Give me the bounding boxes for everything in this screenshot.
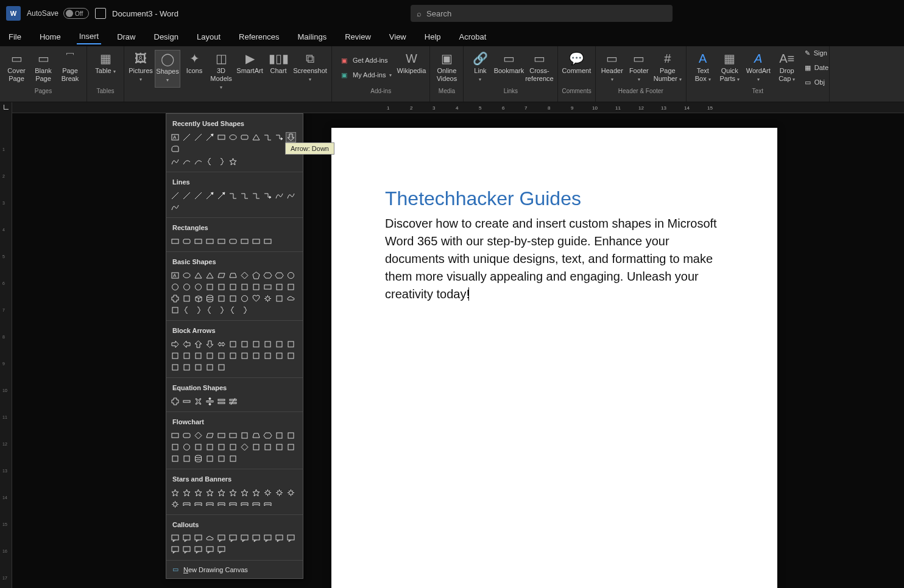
shape-para[interactable] (205, 430, 215, 441)
shape-generic[interactable] (205, 351, 215, 361)
shape-lrarrow[interactable] (216, 339, 227, 349)
icons-button[interactable]: ✦Icons (182, 50, 207, 88)
shape-gear[interactable] (263, 293, 273, 304)
shape-callout[interactable] (251, 533, 261, 544)
shape-rrect[interactable] (228, 236, 238, 247)
shape-gear[interactable] (286, 488, 296, 498)
shape-div[interactable] (205, 396, 215, 407)
shape-banner[interactable] (263, 499, 273, 509)
shape-circle[interactable] (182, 442, 192, 452)
autosave-toggle[interactable]: Off (63, 8, 89, 19)
shape-generic[interactable] (263, 442, 273, 452)
shape-generic[interactable] (182, 362, 192, 373)
quickparts-button[interactable]: ▦Quick Parts ▾ (717, 50, 743, 88)
tab-home[interactable]: Home (37, 30, 63, 44)
shape-generic[interactable] (274, 339, 284, 349)
shape-rect[interactable] (170, 430, 180, 441)
tab-draw[interactable]: Draw (115, 30, 138, 44)
page-number-button[interactable]: #Page Number ▾ (653, 50, 682, 88)
shape-rect[interactable] (239, 236, 250, 247)
shape-rect[interactable] (216, 236, 227, 247)
save-icon[interactable] (95, 8, 106, 19)
shape-generic[interactable] (216, 442, 227, 452)
shape-callout[interactable] (182, 533, 192, 544)
shape-circle[interactable] (170, 282, 180, 292)
search-input[interactable]: ⌕ Search (411, 5, 673, 22)
shape-generic[interactable] (205, 362, 215, 373)
new-drawing-canvas-button[interactable]: ▭ New Drawing Canvas (166, 561, 303, 578)
dropcap-button[interactable]: A≡Drop Cap ▾ (774, 50, 800, 88)
shape-generic[interactable] (170, 351, 180, 361)
table-button[interactable]: ▦Table ▾ (91, 50, 120, 88)
shape-arrow[interactable] (216, 191, 227, 201)
tab-file[interactable]: File (6, 30, 24, 44)
textbox-button[interactable]: AText Box ▾ (690, 50, 716, 88)
shape-star[interactable] (170, 488, 180, 498)
tab-view[interactable]: View (387, 30, 409, 44)
shape-rect[interactable] (263, 236, 273, 247)
tab-review[interactable]: Review (342, 30, 373, 44)
shape-generic[interactable] (205, 442, 215, 452)
shape-neq[interactable] (228, 396, 238, 407)
shape-generic[interactable] (228, 442, 238, 452)
shape-elbowarr[interactable] (274, 132, 284, 142)
shape-line[interactable] (182, 132, 192, 142)
shape-larrow[interactable] (182, 339, 192, 349)
shape-arc[interactable] (193, 156, 203, 167)
shape-trap[interactable] (228, 270, 238, 281)
shape-generic[interactable] (170, 442, 180, 452)
signature-button[interactable]: ✎Sign (801, 46, 825, 60)
shape-arrow[interactable] (205, 132, 215, 142)
document-page[interactable]: Thetechhacker Guides Discover how to cre… (331, 128, 777, 588)
shape-generic[interactable] (216, 293, 227, 304)
shape-elbow[interactable] (251, 191, 261, 201)
shape-bracel[interactable] (182, 305, 192, 315)
shape-hex[interactable] (263, 430, 273, 441)
bookmark-button[interactable]: ▭Bookmark (494, 50, 523, 88)
page-break-button[interactable]: ⎴Page Break (57, 50, 83, 88)
shape-cloud[interactable] (205, 533, 215, 544)
tab-references[interactable]: References (236, 30, 281, 44)
shape-generic[interactable] (239, 430, 250, 441)
shape-bracel[interactable] (205, 156, 215, 167)
shape-generic[interactable] (286, 430, 296, 441)
shape-generic[interactable] (239, 351, 250, 361)
shape-oval[interactable] (182, 270, 192, 281)
shape-circle[interactable] (193, 282, 203, 292)
shape-rect[interactable] (216, 430, 227, 441)
shape-line[interactable] (170, 191, 180, 201)
shape-star[interactable] (251, 488, 261, 498)
chart-button[interactable]: ▮▯▮Chart (266, 50, 291, 88)
shape-callout[interactable] (205, 545, 215, 555)
object-button[interactable]: ▭Obj (801, 75, 825, 89)
shape-generic[interactable] (263, 351, 273, 361)
shape-callout[interactable] (274, 533, 284, 544)
shape-circle[interactable] (182, 282, 192, 292)
shape-star[interactable] (182, 488, 192, 498)
shape-callout[interactable] (193, 533, 203, 544)
online-videos-button[interactable]: ▣Online Videos (434, 50, 459, 88)
shape-bracer[interactable] (216, 156, 227, 167)
shape-callout[interactable] (170, 533, 180, 544)
blank-page-button[interactable]: ▭Blank Page (30, 50, 56, 88)
shape-banner[interactable] (205, 499, 215, 509)
3d-models-button[interactable]: ◫3D Models ▾ (208, 50, 234, 88)
shape-star[interactable] (205, 488, 215, 498)
shape-pent[interactable] (251, 270, 261, 281)
get-addins-button[interactable]: ▣Get Add-ins (336, 54, 395, 67)
shape-star[interactable] (216, 488, 227, 498)
shape-banner[interactable] (251, 499, 261, 509)
shape-rect[interactable] (228, 430, 238, 441)
shape-diamond[interactable] (239, 442, 250, 452)
shape-oval[interactable] (228, 132, 238, 142)
shape-generic[interactable] (239, 339, 250, 349)
shape-tri[interactable] (193, 270, 203, 281)
shape-minus[interactable] (182, 396, 192, 407)
shape-cloud[interactable] (286, 293, 296, 304)
shape-generic[interactable] (251, 442, 261, 452)
shape-hex[interactable] (263, 270, 273, 281)
shape-rrect[interactable] (239, 132, 250, 142)
smartart-button[interactable]: ▶SmartArt (235, 50, 264, 88)
shape-generic[interactable] (274, 293, 284, 304)
shape-callout[interactable] (216, 533, 227, 544)
